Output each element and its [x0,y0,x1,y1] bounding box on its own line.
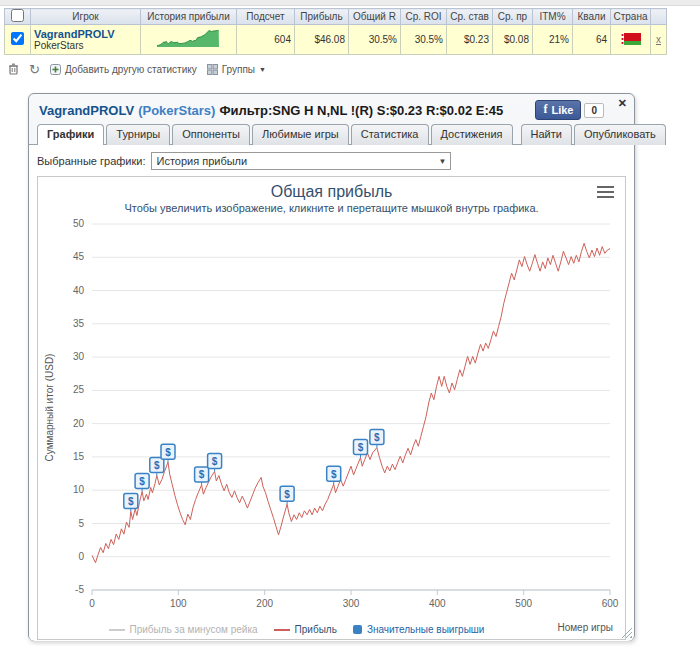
facebook-like-widget: f Like 0 [535,100,604,120]
table-row: VagrandPROLV PokerStars 604 $46.08 30.5%… [5,25,667,55]
col-profit-history: История прибыли [141,9,237,25]
add-statistic-button[interactable]: Добавить другую статистику [50,64,197,75]
svg-text:200: 200 [256,598,273,609]
chart-x-axis-title: Номер игры [557,622,613,633]
legend-item-profit[interactable]: Прибыль [274,624,337,635]
col-avg-profit: Ср. пр [493,9,533,25]
chevron-down-icon: ▼ [259,66,266,73]
svg-text:0: 0 [78,551,84,562]
chart-container: Общая прибыль Чтобы увеличить изображени… [37,176,626,640]
panel-content: Выбранные графики: История прибыли ▼ Общ… [29,144,634,641]
svg-text:100: 100 [170,598,187,609]
tab-charts[interactable]: Графики [37,124,104,145]
refresh-button[interactable]: ↻ [29,63,40,76]
svg-text:400: 400 [429,598,446,609]
svg-text:15: 15 [73,451,85,462]
panel-title-filter: Фильтр:SNG H N,NL !(R) S:$0.23 R:$0.02 E… [219,103,503,118]
player-detail-panel: ✕ VagrandPROLV (PokerStars) Фильтр:SNG H… [28,93,635,641]
chart-legend: Прибыль за минусом рейка Прибыль Значите… [38,624,555,635]
panel-title: VagrandPROLV (PokerStars) Фильтр:SNG H N… [29,94,634,124]
legend-item-profit-minus-rake[interactable]: Прибыль за минусом рейка [109,624,258,635]
cell-total-roi: 30.5% [349,25,401,55]
player-site-label: PokerStars [34,40,137,51]
chart-select-label: Выбранные графики: [37,155,145,167]
legend-item-significant-wins[interactable]: Значительные выигрыши [353,624,485,635]
svg-text:20: 20 [73,418,85,429]
svg-text:$: $ [374,432,380,443]
svg-text:$: $ [284,489,290,500]
tab-tournaments[interactable]: Турниры [106,124,170,145]
panel-title-site: (PokerStars) [138,103,215,118]
facebook-like-button[interactable]: f Like [535,100,581,120]
svg-text:10: 10 [73,484,85,495]
svg-text:500: 500 [515,598,532,609]
tab-opponents[interactable]: Оппоненты [172,124,250,145]
tab-favorite-games[interactable]: Любимые игры [252,124,349,145]
svg-text:300: 300 [343,598,360,609]
like-count: 0 [584,103,604,118]
cell-avg-profit: $0.08 [493,25,533,55]
groups-icon [207,64,218,75]
facebook-icon: f [543,102,547,117]
col-avg-stake: Ср. став [447,9,493,25]
svg-text:600: 600 [602,598,619,609]
profit-chart-plot[interactable]: -505101520253035404550010020030040050060… [46,216,624,620]
svg-text:25: 25 [73,384,85,395]
cell-avg-stake: $0.23 [447,25,493,55]
gray-line-swatch [109,629,125,631]
cell-itm: 21% [533,25,573,55]
svg-text:35: 35 [73,318,85,329]
svg-text:0: 0 [89,598,95,609]
legend-label: Прибыль [295,624,337,635]
player-name-link[interactable]: VagrandPROLV [34,28,137,40]
col-itm: ITM% [533,9,573,25]
row-checkbox[interactable] [11,32,24,45]
groups-label: Группы [222,64,255,75]
select-caret-icon: ▼ [439,157,447,166]
chart-menu-icon[interactable] [597,186,614,201]
col-qualify: Квали [573,9,611,25]
trash-icon [8,63,19,75]
like-label: Like [551,104,573,116]
select-all-checkbox[interactable] [11,9,24,22]
svg-text:$: $ [154,460,160,471]
chart-select-value: История прибыли [156,155,247,167]
table-header-row: Игрок История прибыли Подсчет Прибыль Об… [5,9,667,25]
chart-select[interactable]: История прибыли ▼ [151,152,451,170]
legend-label: Прибыль за минусом рейка [130,624,258,635]
svg-text:45: 45 [73,251,85,262]
remove-player-link[interactable]: x [656,34,661,45]
col-player: Игрок [31,9,141,25]
svg-text:$: $ [165,447,171,458]
add-statistic-label: Добавить другую статистику [65,64,197,75]
add-statistic-icon [50,64,61,75]
col-count: Подсчет [237,9,295,25]
col-profit: Прибыль [295,9,349,25]
col-total-roi: Общий R [349,9,401,25]
svg-text:$: $ [358,442,364,453]
tab-publish[interactable]: Опубликовать [574,124,666,145]
panel-title-player: VagrandPROLV [39,103,134,118]
belarus-flag-icon [621,33,641,45]
tab-achievements[interactable]: Достижения [431,124,513,145]
cell-count: 604 [237,25,295,55]
top-strip [0,0,700,6]
delete-button[interactable] [8,63,19,75]
profit-sparkline [157,29,221,49]
close-icon[interactable]: ✕ [618,97,627,110]
player-stats-table: Игрок История прибыли Подсчет Прибыль Об… [4,8,667,55]
tab-statistics[interactable]: Статистика [351,124,429,145]
legend-label: Значительные выигрыши [367,624,485,635]
chart-select-row: Выбранные графики: История прибыли ▼ [37,152,626,170]
tab-find[interactable]: Найти [521,124,572,145]
cell-qualify: 64 [573,25,611,55]
table-toolbar: ↻ Добавить другую статистику Группы ▼ [8,59,700,79]
svg-text:$: $ [139,476,145,487]
svg-text:40: 40 [73,285,85,296]
chart-subtitle: Чтобы увеличить изображение, кликните и … [38,202,625,214]
cell-avg-roi: 30.5% [401,25,447,55]
groups-button[interactable]: Группы ▼ [207,64,266,75]
cell-profit: $46.08 [295,25,349,55]
refresh-icon: ↻ [29,63,40,76]
chart-y-axis-title: Суммарный итог (USD) [44,342,55,474]
